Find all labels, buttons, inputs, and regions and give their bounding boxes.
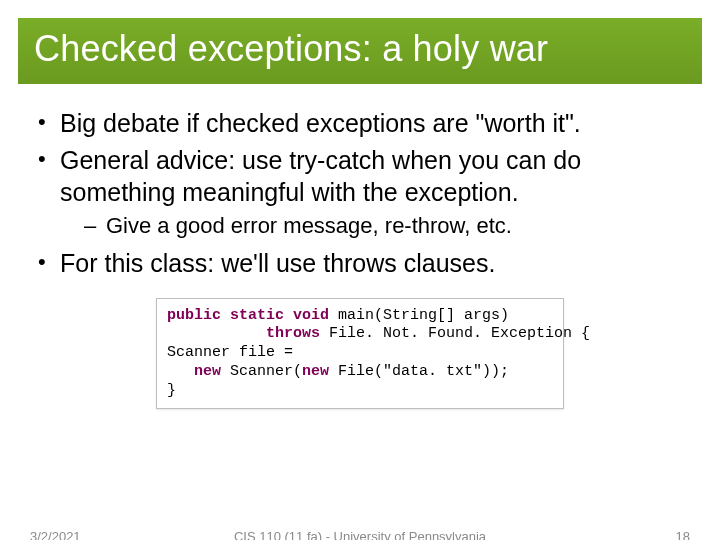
code-block: public static void main(String[] args) t… [156, 298, 564, 410]
slide: { "title": "Checked exceptions: a holy w… [0, 18, 720, 540]
code-line4a: Scanner( [221, 363, 302, 380]
bullet-3: For this class: we'll use throws clauses… [36, 248, 684, 279]
code-indent1 [167, 325, 266, 342]
footer: 3/2/2021 CIS 110 (11 fa) - University of… [0, 529, 720, 540]
code-line3: Scanner file = [167, 344, 293, 361]
code-line5: } [167, 382, 176, 399]
code-throws-rest: File. Not. Found. Exception { [320, 325, 590, 342]
kw-new2: new [302, 363, 329, 380]
bullet-2-text: General advice: use try-catch when you c… [60, 146, 581, 205]
bullet-2a: Give a good error message, re-throw, etc… [60, 212, 684, 241]
title-bar: Checked exceptions: a holy war [18, 18, 702, 84]
kw-static: static [230, 307, 284, 324]
sub-bullet-list: Give a good error message, re-throw, etc… [60, 212, 684, 241]
kw-void: void [293, 307, 329, 324]
code-line4b: File("data. txt")); [329, 363, 509, 380]
bullet-1: Big debate if checked exceptions are "wo… [36, 108, 684, 139]
kw-new1: new [194, 363, 221, 380]
code-sig: main(String[] args) [329, 307, 509, 324]
kw-public: public [167, 307, 221, 324]
slide-title: Checked exceptions: a holy war [34, 28, 686, 70]
kw-throws: throws [266, 325, 320, 342]
bullet-2: General advice: use try-catch when you c… [36, 145, 684, 240]
bullet-list: Big debate if checked exceptions are "wo… [36, 108, 684, 280]
code-indent2 [167, 363, 194, 380]
footer-course: CIS 110 (11 fa) - University of Pennsylv… [0, 529, 720, 540]
slide-content: Big debate if checked exceptions are "wo… [0, 84, 720, 409]
